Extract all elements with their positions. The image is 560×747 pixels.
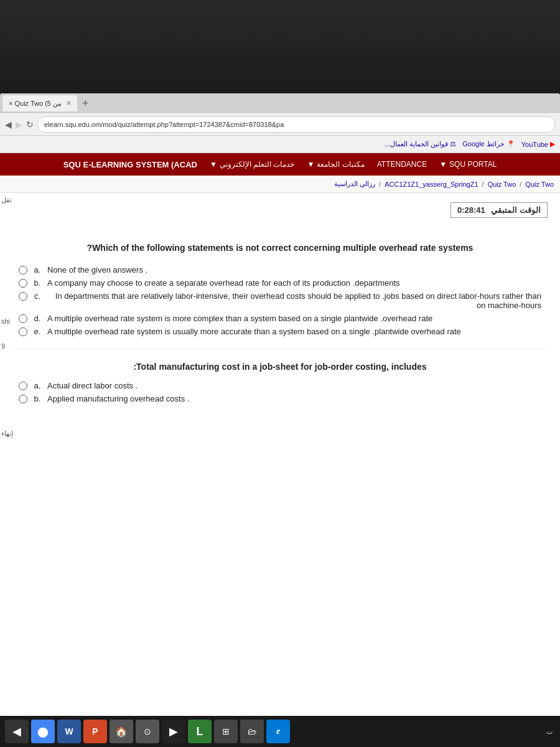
answer-option-a: None of the given answers . .a — [12, 265, 548, 275]
breadcrumb-item-2[interactable]: ACC1Z1Z1_yasserg_SpringZ1 — [385, 181, 478, 188]
nav-portal-arrow: ▼ — [439, 160, 447, 169]
answer-a-text: None of the given answers . — [47, 265, 147, 275]
question-2-text: :Total manufacturing cost in a job-sheet… — [12, 362, 548, 372]
taskbar-app5-button[interactable]: 🗁 — [240, 720, 264, 743]
squ-nav-bar: SQU PORTAL ▼ ATTENDANCE مكتبات الجامعة ▼… — [0, 153, 560, 176]
app1-icon: ⊙ — [144, 726, 151, 736]
answer-option-b: A company may choose to create a separat… — [12, 278, 548, 288]
answer-c-text: In departments that are relatively labor… — [47, 291, 541, 310]
taskbar: ◀ ⬤ W P 🏠 ⊙ ▶ L ⊞ 🗁 e ت — [0, 716, 560, 747]
q2-answer-b-text: Applied manufacturing overhead costs . — [47, 394, 189, 403]
bookmark-laws[interactable]: ⚖ قوانين الحماية العمال... — [385, 140, 456, 148]
answer-a-letter: .a — [32, 265, 42, 275]
nav-libraries[interactable]: مكتبات الجامعة ▼ — [307, 160, 364, 169]
bookmark-youtube[interactable]: ▶ YouTube — [521, 140, 555, 148]
nav-attendance[interactable]: ATTENDANCE — [377, 160, 427, 169]
taskbar-edge-button[interactable]: e — [266, 720, 290, 743]
nav-elearning[interactable]: خدمات التعلم الإلكتروني ▼ — [210, 160, 295, 169]
bookmark-maps[interactable]: 📍 خرائط Google — [462, 140, 515, 148]
taskbar-time-label: ت — [546, 728, 553, 736]
nav-portal[interactable]: SQU PORTAL ▼ — [439, 160, 497, 169]
taskbar-app1-button[interactable]: ⊙ — [136, 720, 159, 743]
powerpoint-icon: P — [92, 726, 98, 736]
breadcrumb-item-3[interactable]: Quiz Two — [488, 181, 516, 188]
nav-elearning-label: خدمات التعلم الإلكتروني — [220, 160, 295, 169]
youtube-icon: ▶ — [550, 140, 555, 148]
taskbar-folder-button[interactable]: 🏠 — [110, 720, 133, 743]
left-label-shi: shi — [1, 317, 10, 325]
q2-answer-b-label: Applied manufacturing overhead costs . — [47, 394, 189, 403]
app3-icon: L — [197, 725, 203, 738]
answer-d-text: A multiple overhead rate system is more … — [47, 314, 432, 323]
site-title: SQU E-LEARNING SYSTEM (ACAD — [63, 160, 197, 169]
timer-label: الوقت المتبقي — [491, 205, 541, 215]
timer-box: الوقت المتبقي 0:28:41 — [450, 202, 548, 218]
answer-c-letter: .c — [32, 291, 42, 301]
tab-bar: × Quiz Two (5 من × + — [0, 93, 560, 113]
site-title-text: SQU E-LEARNING SYSTEM (ACAD — [63, 160, 197, 169]
question-1-text: ?Which of the following statements is no… — [12, 243, 548, 253]
answer-b-letter: .b — [32, 278, 42, 288]
answer-b-text: A company may choose to create a separat… — [47, 278, 400, 288]
breadcrumb-sep-1: / — [379, 181, 381, 188]
bookmark-laws-label: قوانين الحماية العمال... — [385, 140, 448, 148]
app5-icon: 🗁 — [248, 726, 256, 736]
left-label-tql: تقل — [1, 196, 12, 204]
answer-d-label: A multiple overhead rate system is more … — [47, 314, 432, 323]
nav-refresh-button[interactable]: ↻ — [26, 120, 34, 129]
breadcrumb: Quiz Two / Quiz Two / ACC1Z1Z1_yasserg_S… — [0, 176, 560, 193]
bookmarks-bar: ▶ YouTube 📍 خرائط Google ⚖ قوانين الحماي… — [0, 136, 560, 153]
taskbar-back-button[interactable]: ◀ — [5, 720, 29, 743]
tab-close-button[interactable]: × — [67, 99, 71, 108]
folder-icon: 🏠 — [115, 726, 128, 738]
nav-libraries-label: مكتبات الجامعة — [317, 160, 364, 169]
answer-option-c: In departments that are relatively labor… — [12, 291, 548, 310]
taskbar-powerpoint-button[interactable]: P — [83, 720, 107, 743]
video-icon: ▶ — [169, 725, 178, 738]
question-1: ?Which of the following statements is no… — [12, 243, 548, 336]
address-bar: ◀ ▶ ↻ elearn.squ.edu.om/mod/quiz/attempt… — [0, 113, 560, 136]
answer-e-radio[interactable] — [19, 327, 27, 336]
q2-answer-option-a: Actual direct labor costs . .a — [12, 381, 548, 390]
app4-icon: ⊞ — [222, 726, 230, 736]
answer-e-letter: .e — [32, 327, 42, 336]
edge-icon: e — [276, 726, 280, 736]
back-icon: ◀ — [12, 725, 21, 738]
nav-elearning-arrow: ▼ — [210, 160, 217, 169]
breadcrumb-item-4[interactable]: Quiz Two — [525, 181, 554, 188]
maps-icon: 📍 — [506, 140, 515, 148]
add-tab-button[interactable]: + — [78, 97, 93, 110]
nav-forward-button[interactable]: ▶ — [16, 120, 22, 129]
url-input[interactable]: elearn.squ.edu.om/mod/quiz/attempt.php?a… — [37, 116, 555, 133]
taskbar-app3-button[interactable]: L — [188, 720, 212, 743]
answer-c-radio[interactable] — [19, 292, 27, 301]
browser-window: × Quiz Two (5 من × + ◀ ▶ ↻ elearn.squ.ed… — [0, 93, 560, 716]
q2-answer-a-text: Actual direct labor costs . — [47, 381, 138, 390]
answer-a-radio[interactable] — [19, 266, 27, 275]
left-label-num: 9 — [1, 342, 5, 350]
answer-a-label: None of the given answers . — [47, 265, 147, 275]
breadcrumb-item-1[interactable]: رزالي الدراسية — [334, 180, 375, 188]
taskbar-app4-button[interactable]: ⊞ — [214, 720, 238, 743]
q2-answer-a-letter: .a — [32, 381, 42, 390]
left-label-end: إنهاء — [1, 430, 13, 438]
breadcrumb-sep-2: / — [482, 181, 484, 188]
q2-answer-a-label: Actual direct labor costs . — [47, 381, 138, 390]
answer-d-letter: .d — [32, 314, 42, 323]
q2-answer-b-letter: .b — [32, 394, 42, 403]
bookmark-maps-label: خرائط Google — [462, 140, 505, 148]
taskbar-chrome-button[interactable]: ⬤ — [31, 720, 55, 743]
laws-icon: ⚖ — [450, 140, 456, 148]
q2-answer-b-radio[interactable] — [19, 395, 27, 403]
q2-answer-a-radio[interactable] — [19, 382, 27, 390]
answer-e-text: A multiple overhead rate system is usual… — [47, 327, 461, 336]
timer-value: 0:28:41 — [457, 205, 485, 215]
active-tab[interactable]: × Quiz Two (5 من × — [2, 95, 77, 111]
url-text: elearn.squ.edu.om/mod/quiz/attempt.php?a… — [44, 121, 284, 128]
nav-back-button[interactable]: ◀ — [5, 120, 12, 129]
tab-label: × Quiz Two (5 من — [9, 100, 62, 108]
taskbar-video-button[interactable]: ▶ — [162, 720, 185, 743]
answer-d-radio[interactable] — [19, 314, 27, 323]
answer-b-radio[interactable] — [19, 279, 27, 288]
taskbar-word-button[interactable]: W — [57, 720, 81, 743]
